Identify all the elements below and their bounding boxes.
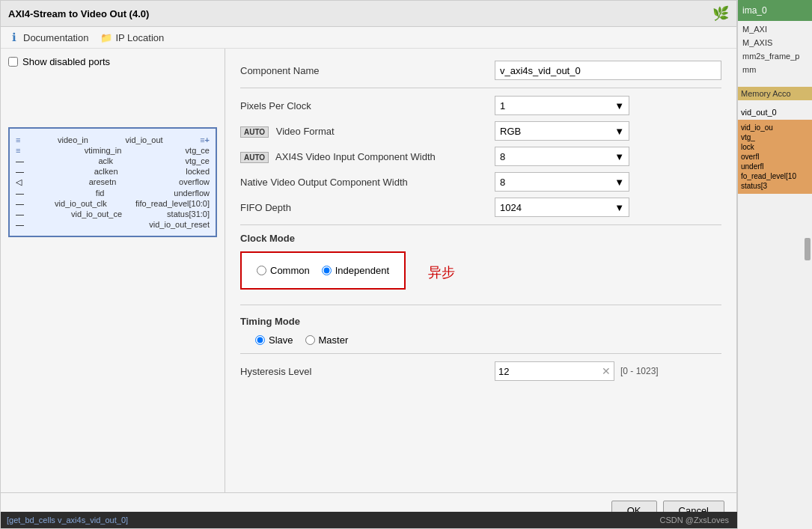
- auto-badge-1: AUTO: [240, 126, 269, 138]
- port-vid-io-out: vid_io_out: [125, 135, 162, 144]
- documentation-button[interactable]: ℹ Documentation: [8, 31, 88, 43]
- leaf-icon: 🌿: [712, 5, 729, 22]
- component-name-input[interactable]: [495, 61, 721, 80]
- component-diagram: ≡ video_in vid_io_out ≡+ ≡ vtiming_in vt…: [8, 127, 217, 237]
- dialog-title: AXI4-Stream to Video Out (4.0): [8, 8, 149, 19]
- port-underflow: underflow: [174, 189, 210, 198]
- port-video-in: video_in: [58, 135, 88, 144]
- port-row-6: — fid underflow: [16, 188, 210, 198]
- native-width-arrow: ▼: [614, 177, 624, 188]
- hysteresis-range-hint: [0 - 1023]: [620, 366, 659, 376]
- port-row-8: — vid_io_out_ce status[31:0]: [16, 209, 210, 219]
- clock-mode-common-label: Common: [270, 265, 310, 276]
- timing-mode-slave-radio[interactable]: [255, 335, 265, 345]
- clock-mode-box: Common Independent: [240, 251, 406, 290]
- main-dialog: AXI4-Stream to Video Out (4.0) 🌿 ℹ Docum…: [0, 0, 737, 529]
- sidebar-m-axis: M_AXIS: [739, 36, 811, 49]
- show-ports-checkbox[interactable]: [8, 57, 18, 67]
- sidebar-vid-io-ou: vid_io_ou: [741, 123, 809, 132]
- divider-1: [240, 88, 721, 88]
- port-row-4: — aclken locked: [16, 166, 210, 177]
- port-vtg-ce-val: vtg_ce: [186, 156, 210, 165]
- hysteresis-input-wrapper: ✕: [495, 361, 614, 381]
- sidebar-spacer-2: [738, 100, 812, 106]
- port-row: ≡ video_in vid_io_out ≡+: [16, 135, 210, 145]
- port-fifo-read: fifo_read_level[10:0]: [135, 199, 210, 208]
- port-connector-right-1: ≡+: [200, 135, 210, 144]
- ip-location-button[interactable]: 📁 IP Location: [100, 31, 164, 43]
- ip-location-label: IP Location: [115, 32, 164, 43]
- timing-mode-master-label: Master: [319, 334, 349, 346]
- show-ports-checkbox-label[interactable]: Show disabled ports: [8, 56, 217, 67]
- clock-mode-radio-group: Common Independent: [257, 265, 389, 276]
- clock-mode-common-radio[interactable]: [257, 266, 266, 275]
- video-format-row: AUTO Video Format RGB ▼: [240, 121, 721, 141]
- right-sidebar: ima_0 M_AXI M_AXIS mm2s_frame_p mm Memor…: [737, 0, 812, 529]
- status-command-text: [get_bd_cells v_axi4s_vid_out_0]: [7, 516, 128, 525]
- video-format-label: AUTO Video Format: [240, 126, 495, 137]
- sidebar-m-axi: M_AXI: [739, 22, 811, 36]
- clock-mode-independent-radio[interactable]: [322, 266, 332, 275]
- sidebar-vtg: vtg_: [741, 132, 809, 142]
- fifo-depth-arrow: ▼: [614, 202, 624, 213]
- axi4s-width-label: AUTO AXI4S Video Input Component Width: [240, 151, 495, 162]
- status-command: [get_bd_cells v_axi4s_vid_out_0]: [7, 516, 128, 525]
- hysteresis-row: Hysteresis Level ✕ [0 - 1023]: [240, 361, 721, 381]
- sidebar-green-header: ima_0: [738, 0, 812, 21]
- sidebar-memory-acc: Memory Acco: [738, 87, 812, 100]
- divider-4: [240, 353, 721, 354]
- component-name-row: Component Name: [240, 61, 721, 80]
- port-row-9: — vid_io_out_reset: [16, 219, 210, 230]
- sidebar-scrollbar[interactable]: [805, 238, 811, 260]
- axi4s-width-arrow: ▼: [614, 151, 624, 162]
- fifo-depth-select[interactable]: 1024 ▼: [495, 198, 629, 217]
- port-row-3: — aclk vtg_ce: [16, 156, 210, 166]
- pixels-per-clock-select[interactable]: 1 ▼: [495, 96, 629, 115]
- fifo-depth-row: FIFO Depth 1024 ▼: [240, 198, 721, 217]
- axi4s-width-select[interactable]: 8 ▼: [495, 147, 629, 166]
- sidebar-orange-block: vid_io_ou vtg_ lock overfl underfl fo_re…: [738, 120, 812, 194]
- port-status: status[31:0]: [167, 210, 210, 218]
- right-panel: Component Name Pixels Per Clock 1 ▼ AUTO…: [225, 49, 736, 492]
- fifo-depth-label: FIFO Depth: [240, 202, 495, 213]
- documentation-label: Documentation: [23, 32, 88, 43]
- video-format-select[interactable]: RGB ▼: [495, 121, 629, 141]
- port-fid: fid: [96, 189, 105, 198]
- timing-mode-slave[interactable]: Slave: [255, 334, 293, 346]
- pixels-per-clock-label: Pixels Per Clock: [240, 100, 495, 111]
- content-area: Show disabled ports ≡ video_in vid_io_ou…: [1, 49, 736, 492]
- auto-badge-2: AUTO: [240, 152, 269, 163]
- status-brand: CSDN @ZxsLoves: [660, 516, 729, 525]
- fifo-depth-value: 1024: [500, 202, 522, 213]
- timing-mode-master-radio[interactable]: [305, 335, 315, 345]
- pixels-per-clock-value: 1: [500, 100, 505, 111]
- clock-mode-common[interactable]: Common: [257, 265, 310, 276]
- port-vid-reset: vid_io_out_reset: [149, 220, 210, 229]
- component-name-label: Component Name: [240, 65, 495, 76]
- timing-mode-title: Timing Mode: [240, 316, 721, 327]
- title-bar: AXI4-Stream to Video Out (4.0) 🌿: [1, 1, 736, 27]
- toolbar: ℹ Documentation 📁 IP Location: [1, 27, 736, 49]
- timing-mode-section: Timing Mode Slave Master: [240, 316, 721, 346]
- sidebar-underfl: underfl: [741, 162, 809, 171]
- port-vtg-ce: vtg_ce: [186, 146, 210, 155]
- port-locked: locked: [186, 167, 210, 176]
- hysteresis-input[interactable]: [498, 366, 602, 377]
- info-icon: ℹ: [8, 31, 20, 43]
- async-chinese-label: 异步: [428, 263, 455, 281]
- port-vtiming-in: vtiming_in: [85, 146, 122, 155]
- port-aclk: aclk: [99, 156, 114, 165]
- axi4s-width-value: 8: [500, 151, 505, 162]
- port-connector-left-2: ≡: [16, 146, 20, 155]
- native-width-select[interactable]: 8 ▼: [495, 172, 629, 192]
- timing-mode-master[interactable]: Master: [305, 334, 349, 346]
- port-row-5: ◁ aresetn overflow: [16, 177, 210, 188]
- hysteresis-clear-button[interactable]: ✕: [602, 365, 611, 377]
- port-row-2: ≡ vtiming_in vtg_ce: [16, 145, 210, 156]
- native-width-value: 8: [500, 177, 505, 188]
- sidebar-status: status[3: [741, 181, 809, 191]
- timing-mode-slave-label: Slave: [269, 334, 293, 346]
- clock-mode-independent[interactable]: Independent: [322, 265, 389, 276]
- show-ports-text: Show disabled ports: [22, 56, 110, 67]
- sidebar-labels: M_AXI M_AXIS mm2s_frame_p mm: [738, 21, 812, 78]
